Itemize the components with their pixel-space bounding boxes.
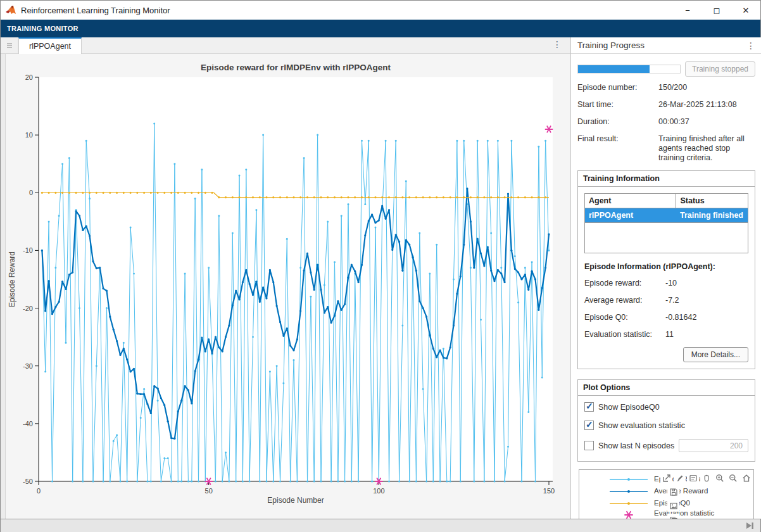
restore-view-icon[interactable]: [740, 472, 752, 484]
field-value: 150/200: [658, 83, 755, 92]
training-stopped-button[interactable]: Training stopped: [685, 61, 755, 77]
agents-table: Agent Status rlPPOAgent Training finishe…: [584, 193, 748, 223]
tab-options-kebab-icon[interactable]: ⋮: [553, 39, 562, 49]
ep-value: -10: [665, 279, 677, 288]
svg-text:-10: -10: [23, 246, 33, 254]
svg-text:Episode Reward: Episode Reward: [8, 251, 16, 307]
svg-text:0: 0: [37, 487, 41, 495]
show-episodeq0-checkbox[interactable]: [584, 402, 594, 412]
svg-text:-50: -50: [23, 478, 33, 485]
column-header-agent[interactable]: Agent: [585, 194, 676, 208]
cell-status: Training finished: [676, 208, 748, 223]
close-button[interactable]: ✕: [731, 1, 760, 20]
copy-as-image-icon[interactable]: [667, 500, 679, 512]
toolstrip: TRAINING MONITOR: [1, 20, 760, 37]
training-progressbar: [577, 65, 681, 73]
pan-icon[interactable]: [700, 472, 712, 484]
svg-text:Episode Number: Episode Number: [267, 496, 324, 505]
zoom-in-icon[interactable]: [714, 472, 726, 484]
episode-reward-row: Episode reward: -10: [584, 279, 748, 288]
more-details-button[interactable]: More Details...: [683, 347, 748, 362]
left-gutter: [1, 54, 6, 519]
episode-reward-line-swatch: [608, 476, 649, 483]
panel-title: Training Progress: [577, 41, 645, 50]
toolstrip-tab-training-monitor[interactable]: TRAINING MONITOR: [7, 25, 79, 32]
legend-label: Average Reward: [654, 487, 708, 495]
expand-panel-icon[interactable]: [746, 521, 754, 532]
tab-label: rlPPOAgent: [29, 42, 71, 51]
average-reward-line-swatch: [608, 488, 649, 495]
episode-q0-row: Episode Q0: -0.81642: [584, 313, 748, 322]
ep-label: Evaluation statistic:: [584, 330, 665, 339]
svg-text:-30: -30: [23, 362, 33, 370]
svg-text:50: 50: [205, 487, 213, 495]
window-title: Reinforcement Learning Training Monitor: [21, 6, 170, 15]
field-value: Training finished after all agents reach…: [658, 134, 755, 163]
svg-text:-20: -20: [23, 305, 33, 312]
zoom-out-icon[interactable]: [727, 472, 739, 484]
show-evaluation-statistic-option: Show evaluation statistic: [584, 421, 748, 430]
svg-text:10: 10: [25, 131, 33, 139]
evaluation-statistic-row: Evaluation statistic: 11: [584, 330, 748, 339]
window-controls: − ◻ ✕: [673, 1, 760, 20]
app-window: Reinforcement Learning Training Monitor …: [0, 0, 761, 532]
show-evaluation-statistic-checkbox[interactable]: [584, 421, 594, 430]
show-last-n-episodes-checkbox[interactable]: [584, 441, 594, 450]
brush-icon[interactable]: [674, 472, 686, 484]
ep-value: -0.81642: [665, 313, 696, 322]
section-title: Training Information: [578, 171, 755, 187]
field-duration: Duration: 00:00:37: [577, 117, 755, 127]
ep-value: 11: [665, 330, 674, 339]
svg-text:-40: -40: [23, 420, 33, 428]
progress-fields: Episode number: 150/200 Start time: 26-M…: [577, 83, 755, 163]
column-header-status[interactable]: Status: [676, 194, 748, 208]
tab-rlppoagent[interactable]: rlPPOAgent: [18, 37, 82, 54]
svg-text:0: 0: [29, 189, 33, 196]
checkbox-label: Show EpisodeQ0: [598, 403, 660, 412]
export-icon[interactable]: [660, 472, 672, 484]
field-final-result: Final result: Training finished after al…: [577, 134, 755, 163]
minimize-button[interactable]: −: [673, 1, 702, 20]
episode-reward-chart[interactable]: Episode reward for rlMDPEnv with rlPPOAg…: [6, 54, 570, 519]
matlab-logo-icon: [6, 6, 16, 15]
average-reward-row: Average reward: -7.2: [584, 296, 748, 305]
episodeq0-line-swatch: [608, 500, 649, 507]
table-header-row: Agent Status: [585, 194, 748, 208]
datatips-icon[interactable]: [687, 472, 699, 484]
svg-text:150: 150: [543, 487, 555, 495]
panel-header: Training Progress ⋮: [571, 37, 761, 54]
field-label: Episode number:: [577, 83, 658, 92]
progress-row: Training stopped: [577, 61, 755, 77]
cell-agent: rlPPOAgent: [585, 208, 676, 223]
legend-item-average-reward[interactable]: Average Reward: [579, 485, 753, 497]
save-as-icon[interactable]: [667, 486, 679, 498]
field-label: Duration:: [577, 117, 658, 127]
titlebar: Reinforcement Learning Training Monitor …: [1, 1, 760, 20]
field-value: 26-Mar-2025 21:13:08: [658, 100, 755, 110]
field-label: Final result:: [577, 134, 658, 163]
panel-options-kebab-icon[interactable]: ⋮: [746, 41, 755, 51]
svg-text:Episode reward for rlMDPEnv wi: Episode reward for rlMDPEnv with rlPPOAg…: [201, 63, 391, 72]
ep-label: Episode Q0:: [584, 313, 665, 322]
section-title: Plot Options: [578, 380, 755, 396]
svg-text:20: 20: [25, 73, 33, 81]
checkbox-label: Show evaluation statistic: [598, 421, 685, 430]
field-start-time: Start time: 26-Mar-2025 21:13:08: [577, 100, 755, 110]
episode-information-title: Episode Information (rlPPOAgent):: [584, 262, 748, 271]
field-label: Start time:: [577, 100, 658, 110]
field-episode-number: Episode number: 150/200: [577, 83, 755, 92]
maximize-button[interactable]: ◻: [702, 1, 731, 20]
field-value: 00:00:37: [658, 117, 755, 127]
last-n-episodes-input[interactable]: [679, 439, 748, 452]
training-progress-panel: Training Progress ⋮ Training stopped Epi…: [570, 37, 761, 519]
axes-toolbar: [660, 472, 752, 484]
table-empty-area: [584, 223, 748, 253]
tab-list-icon[interactable]: [1, 37, 18, 53]
hamburger-icon: [6, 42, 13, 49]
show-episodeq0-option: Show EpisodeQ0: [584, 402, 748, 412]
table-row-rlppoagent[interactable]: rlPPOAgent Training finished: [585, 208, 748, 223]
legend-item-episodeq0[interactable]: EpisodeQ0: [579, 497, 753, 509]
progressbar-fill: [578, 65, 650, 73]
figure-area: Episode reward for rlMDPEnv with rlPPOAg…: [1, 54, 570, 519]
ep-label: Episode reward:: [584, 279, 665, 288]
